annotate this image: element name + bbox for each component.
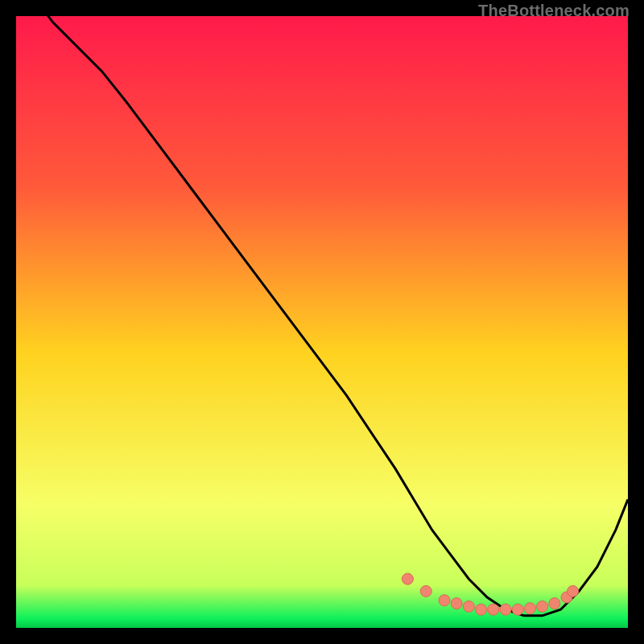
- marker-dot: [451, 598, 462, 609]
- marker-dot: [420, 585, 431, 597]
- gradient-bg: [16, 16, 628, 628]
- marker-dot: [476, 604, 487, 615]
- marker-dot: [568, 585, 579, 597]
- marker-dot: [512, 604, 523, 615]
- marker-dot: [500, 604, 511, 615]
- marker-dot: [524, 603, 535, 614]
- marker-dot: [488, 604, 499, 615]
- bottleneck-chart: [16, 16, 628, 628]
- watermark-text: TheBottleneck.com: [478, 2, 630, 20]
- chart-frame: { "watermark": "TheBottleneck.com", "col…: [0, 0, 644, 644]
- marker-dot: [463, 601, 474, 612]
- marker-dot: [402, 573, 413, 584]
- marker-dot: [439, 595, 450, 606]
- marker-dot: [549, 598, 560, 609]
- marker-dot: [537, 601, 548, 612]
